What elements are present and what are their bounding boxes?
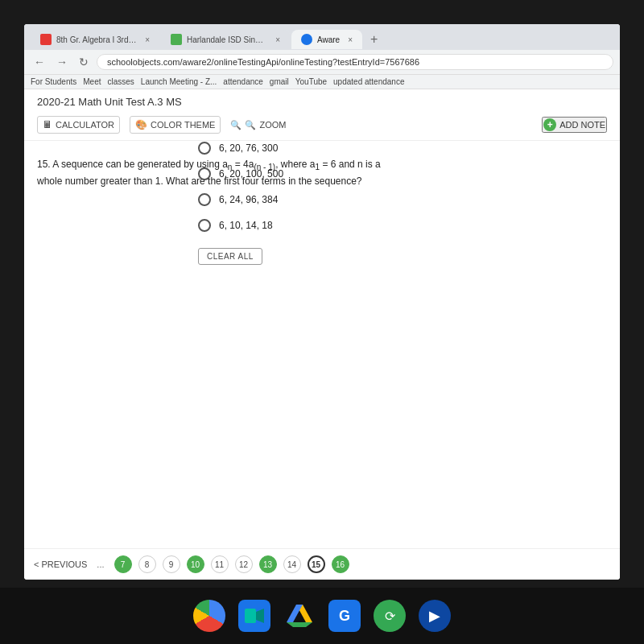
svg-marker-3 [287,605,303,622]
add-note-button[interactable]: + ADD NOTE [542,117,607,133]
chrome-taskbar-icon[interactable] [193,600,225,632]
refresh-button[interactable]: ↻ [76,54,92,70]
add-note-icon: + [543,118,556,131]
tab-aware[interactable]: Aware × [291,30,362,49]
clear-all-button[interactable]: CLEAR ALL [198,248,262,265]
nav-num-12[interactable]: 12 [235,555,253,573]
radio-a[interactable] [198,142,211,155]
nav-num-7-label: 7 [121,560,126,569]
zoom-control: 🔍 🔍 ZOOM [230,120,286,130]
forward-button[interactable]: → [53,54,71,70]
ellipsis: ... [97,559,104,569]
bookmark-updated-attendance[interactable]: updated attendance [333,77,404,86]
bookmark-label: attendance [223,77,263,86]
radio-c[interactable] [198,193,211,206]
page-title: 2020-21 Math Unit Test A.3 MS [37,96,607,108]
browser-window: 8th Gr. Algebra I 3rd, 4th, and 5t × Har… [24,24,620,580]
nav-num-15-label: 15 [312,560,320,569]
tab-algebra[interactable]: 8th Gr. Algebra I 3rd, 4th, and 5t × [31,30,159,49]
option-b-text: 6, 20, 100, 500 [219,168,283,180]
browser-chrome: 8th Gr. Algebra I 3rd, 4th, and 5t × Har… [24,24,620,89]
nav-num-9[interactable]: 9 [163,555,180,573]
tab-harlandale[interactable]: Harlandale ISD Single Sign-On I × [161,30,290,49]
question-area: 15. A sequence can be generated by using… [24,141,620,548]
nav-num-12-label: 12 [239,560,248,569]
drive-taskbar-icon[interactable] [283,600,316,632]
bookmark-classes[interactable]: classes [108,77,134,86]
bookmark-label: Launch Meeting - Z... [141,77,217,86]
classroom-taskbar-icon[interactable]: G [328,600,361,632]
nav-num-10-label: 10 [191,560,200,569]
page-content: 2020-21 Math Unit Test A.3 MS 🖩 CALCULAT… [24,89,620,580]
bookmark-youtube[interactable]: YouTube [295,77,327,86]
nav-num-16[interactable]: 16 [332,555,349,573]
chromebook-taskbar-icon[interactable]: ⟳ [374,600,406,632]
nav-num-13[interactable]: 13 [259,555,277,573]
tab-label-algebra: 8th Gr. Algebra I 3rd, 4th, and 5t [56,35,137,44]
option-b[interactable]: 6, 20, 100, 500 [198,167,607,180]
calculator-label: CALCULATOR [56,120,114,130]
svg-marker-4 [287,622,312,627]
bookmark-label: YouTube [295,77,327,86]
toolbar-left: 🖩 CALCULATOR 🎨 COLOR THEME 🔍 🔍 ZOOM [37,116,286,134]
new-tab-button[interactable]: + [364,29,384,50]
nav-num-15[interactable]: 15 [308,555,325,573]
nav-num-7[interactable]: 7 [114,555,132,573]
tab-label-harlandale: Harlandale ISD Single Sign-On I [187,35,267,44]
color-theme-label: COLOR THEME [151,120,215,130]
meet-taskbar-icon[interactable] [238,600,270,632]
calculator-button[interactable]: 🖩 CALCULATOR [37,116,120,134]
nav-num-11-label: 11 [215,560,224,569]
nav-num-11[interactable]: 11 [211,555,229,573]
bookmark-gmail[interactable]: gmail [270,77,289,86]
close-tab-harlandale[interactable]: × [275,35,280,44]
svg-marker-1 [256,609,264,623]
bookmark-meet[interactable]: Meet [83,77,101,86]
color-theme-icon: 🎨 [135,119,147,130]
bookmark-launch-meeting[interactable]: Launch Meeting - Z... [141,77,217,86]
toolbar: 🖩 CALCULATOR 🎨 COLOR THEME 🔍 🔍 ZOOM [37,113,607,137]
zoom-label: ZOOM [259,120,286,130]
bookmark-label: gmail [270,77,289,86]
back-button[interactable]: ← [31,54,48,70]
bookmark-label: Meet [83,77,101,86]
option-d-text: 6, 10, 14, 18 [219,220,273,231]
nav-num-9-label: 9 [169,560,174,569]
option-a[interactable]: 6, 20, 76, 300 [198,142,607,155]
bookmark-label: updated attendance [333,77,404,86]
option-d[interactable]: 6, 10, 14, 18 [198,219,607,232]
taskbar: G ⟳ ▶ [0,588,644,644]
svg-rect-0 [245,609,256,623]
zoom-search-icon2: 🔍 [245,120,256,130]
nav-num-14[interactable]: 14 [283,555,301,573]
nav-num-10[interactable]: 10 [187,555,204,573]
tab-icon-harlandale [171,34,182,45]
zoom-search-icon: 🔍 [230,120,242,130]
toolbar-right: + ADD NOTE [542,117,607,133]
option-c[interactable]: 6, 24, 96, 384 [198,193,607,206]
calculator-icon: 🖩 [43,119,52,130]
bookmark-attendance[interactable]: attendance [223,77,263,86]
url-input[interactable]: schoolobjects.com/aware2/onlineTestingAp… [97,54,613,70]
bookmarks-bar: For Students Meet classes Launch Meeting… [24,74,620,89]
previous-button[interactable]: < PREVIOUS [34,559,87,569]
close-tab-algebra[interactable]: × [145,35,150,44]
question-number: 15. [37,159,51,170]
option-a-text: 6, 20, 76, 300 [219,142,278,154]
radio-b[interactable] [198,167,211,180]
bookmark-for-students[interactable]: For Students [31,77,76,86]
nav-num-14-label: 14 [287,560,296,569]
play-taskbar-icon[interactable]: ▶ [419,600,451,632]
tab-bar: 8th Gr. Algebra I 3rd, 4th, and 5t × Har… [24,24,620,50]
page-header: 2020-21 Math Unit Test A.3 MS 🖩 CALCULAT… [24,89,620,141]
url-text: schoolobjects.com/aware2/onlineTestingAp… [107,57,419,67]
nav-num-8[interactable]: 8 [138,555,156,573]
nav-num-8-label: 8 [145,560,150,569]
radio-d[interactable] [198,219,211,232]
bookmark-label: classes [108,77,134,86]
nav-num-16-label: 16 [336,560,345,569]
add-note-label: ADD NOTE [559,120,605,130]
color-theme-button[interactable]: 🎨 COLOR THEME [130,116,221,134]
close-tab-aware[interactable]: × [348,35,353,44]
bookmark-label: For Students [31,77,76,86]
